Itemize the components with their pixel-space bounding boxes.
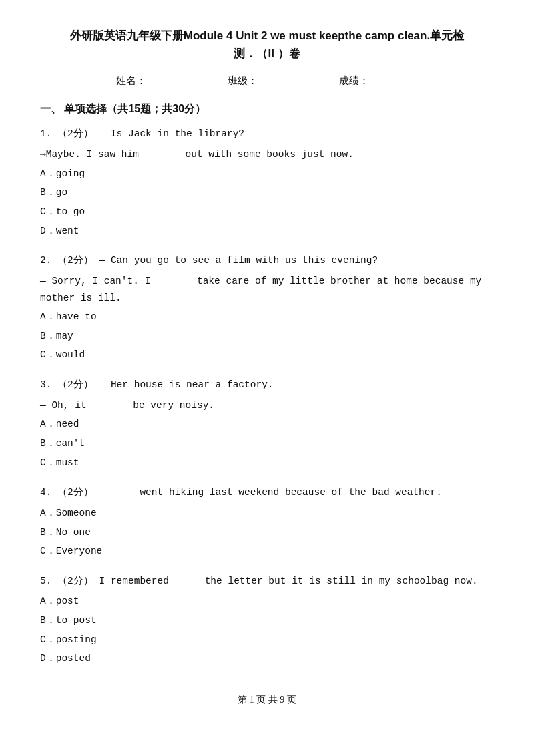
question-block-3: 3. （2分） — Her house is near a factory.— … — [40, 377, 494, 471]
question-stem-2: 2. （2分） — Can you go to see a film with … — [40, 252, 494, 269]
option-3-1: A．need — [40, 416, 494, 433]
question-block-4: 4. （2分） ______ went hiking last weekend … — [40, 484, 494, 560]
info-row: 姓名： 班级： 成绩： — [40, 75, 494, 87]
option-2-1: A．have to — [40, 309, 494, 325]
question-stem-4: 4. （2分） ______ went hiking last weekend … — [40, 484, 494, 501]
option-4-1: A．Someone — [40, 505, 494, 522]
question-block-1: 1. （2分） — Is Jack in the library?→Maybe.… — [40, 126, 494, 239]
questions-container: 1. （2分） — Is Jack in the library?→Maybe.… — [40, 126, 494, 667]
question-stem-1: 1. （2分） — Is Jack in the library? — [40, 126, 494, 142]
question-dialogue-3: — Oh, it ______ be very noisy. — [40, 397, 494, 414]
option-5-1: A．post — [40, 593, 494, 610]
question-block-5: 5. （2分） I remembered the letter but it i… — [40, 573, 494, 667]
option-1-3: C．to go — [40, 204, 494, 220]
option-4-2: B．No one — [40, 524, 494, 541]
option-5-4: D．posted — [40, 650, 494, 667]
page-title: 外研版英语九年级下册Module 4 Unit 2 we must keepth… — [40, 27, 494, 63]
question-dialogue-1: →Maybe. I saw him ______ out with some b… — [40, 146, 494, 163]
question-stem-3: 3. （2分） — Her house is near a factory. — [40, 377, 494, 393]
option-5-3: C．posting — [40, 632, 494, 648]
question-block-2: 2. （2分） — Can you go to see a film with … — [40, 252, 494, 363]
option-3-2: B．can't — [40, 435, 494, 452]
option-1-4: D．went — [40, 223, 494, 240]
question-dialogue-2: — Sorry, I can't. I ______ take care of … — [40, 273, 494, 306]
name-underline — [149, 75, 196, 87]
option-1-1: A．going — [40, 166, 494, 182]
section1-title: 一、 单项选择（共15题；共30分） — [40, 102, 494, 116]
score-field: 成绩： — [339, 75, 419, 87]
option-4-3: C．Everyone — [40, 543, 494, 560]
option-2-3: C．would — [40, 347, 494, 363]
page-footer: 第 1 页 共 9 页 — [40, 694, 494, 706]
option-3-3: C．must — [40, 455, 494, 471]
score-underline — [372, 75, 419, 87]
option-2-2: B．may — [40, 328, 494, 345]
class-field: 班级： — [228, 75, 307, 87]
class-underline — [260, 75, 307, 87]
name-field: 姓名： — [116, 75, 196, 87]
question-stem-5: 5. （2分） I remembered the letter but it i… — [40, 573, 494, 590]
option-5-2: B．to post — [40, 612, 494, 629]
option-1-2: B．go — [40, 184, 494, 201]
